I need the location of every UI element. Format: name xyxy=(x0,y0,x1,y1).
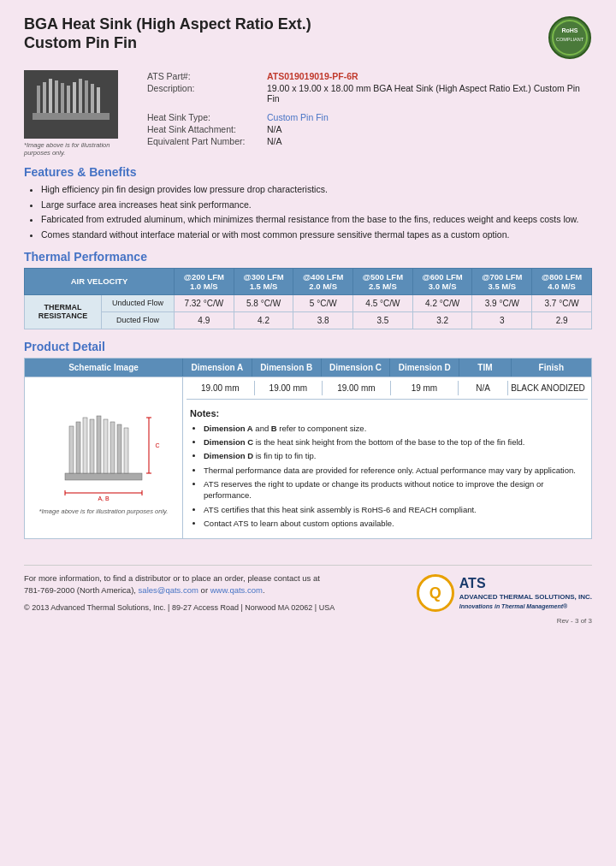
dim-values-row: 19.00 mm 19.00 mm 19.00 mm 19 mm N/A BLA… xyxy=(187,381,588,400)
ducted-val-7: 2.9 xyxy=(532,311,592,329)
th-200lfm: @200 LFM1.0 M/S xyxy=(174,268,234,294)
ducted-val-3: 3.8 xyxy=(293,311,353,329)
feature-item: High efficiency pin fin design provides … xyxy=(41,183,592,196)
dim-b-value: 19.00 mm xyxy=(255,381,323,395)
ducted-val-2: 4.2 xyxy=(234,311,293,329)
svg-text:A, B: A, B xyxy=(98,495,110,501)
attachment-value: N/A xyxy=(264,123,592,135)
svg-rect-7 xyxy=(43,82,46,113)
product-image-box: *Image above is for illustration purpose… xyxy=(24,70,127,157)
features-list: High efficiency pin fin design provides … xyxy=(24,183,592,241)
product-info-section: *Image above is for illustration purpose… xyxy=(24,70,592,157)
thermal-resistance-label: THERMAL RESISTANCE xyxy=(25,294,102,329)
ats-part-label: ATS Part#: xyxy=(144,70,264,82)
website-link[interactable]: www.qats.com xyxy=(210,585,263,595)
copyright: © 2013 Advanced Thermal Solutions, Inc. … xyxy=(24,602,335,614)
dim-c-value: 19.00 mm xyxy=(323,381,391,395)
ats-part-value: ATS019019019-PF-6R xyxy=(264,70,592,82)
th-air-velocity: AIR VELOCITY xyxy=(25,268,175,294)
svg-rect-26 xyxy=(124,428,128,473)
features-title: Features & Benefits xyxy=(24,165,592,179)
ducted-flow-label: Ducted Flow xyxy=(102,311,175,329)
svg-text:COMPLIANT: COMPLIANT xyxy=(556,37,584,42)
ats-name: ADVANCED THERMAL SOLUTIONS, INC. xyxy=(459,593,592,601)
product-specs: ATS Part#: ATS019019019-PF-6R Descriptio… xyxy=(144,70,592,157)
svg-rect-19 xyxy=(76,422,80,473)
footer-left: For more information, to find a distribu… xyxy=(24,572,335,614)
spec-table: ATS Part#: ATS019019019-PF-6R Descriptio… xyxy=(144,70,592,147)
schematic-svg: A, B C xyxy=(39,400,168,503)
ducted-val-6: 3 xyxy=(472,311,532,329)
dim-a-header: Dimension A xyxy=(183,359,252,377)
dim-d-value: 19 mm xyxy=(391,381,459,395)
svg-rect-12 xyxy=(73,82,76,113)
ats-logo-circle: Q xyxy=(417,574,454,612)
dim-a-value: 19.00 mm xyxy=(187,381,255,395)
schematic-header: Schematic Image xyxy=(25,359,183,377)
svg-rect-23 xyxy=(104,419,108,473)
notes-title: Notes: xyxy=(190,408,584,418)
th-800lfm: @800 LFM4.0 M/S xyxy=(532,268,592,294)
unducted-val-2: 5.8 °C/W xyxy=(234,294,293,311)
schematic-caption: *Image above is for illustration purpose… xyxy=(39,507,169,515)
product-detail-container: Schematic Image Dimension A Dimension B … xyxy=(24,358,592,539)
svg-rect-15 xyxy=(91,84,94,113)
svg-rect-6 xyxy=(37,86,40,113)
feature-item: Fabricated from extruded aluminum, which… xyxy=(41,213,592,226)
svg-rect-8 xyxy=(49,79,52,113)
note-item-2: Dimension C is the heat sink height from… xyxy=(204,436,584,448)
feature-item: Comes standard without interface materia… xyxy=(41,228,592,241)
footer-section: For more information, to find a distribu… xyxy=(24,565,592,614)
or-text: or xyxy=(201,585,208,595)
contact-info: For more information, to find a distribu… xyxy=(24,572,335,597)
svg-rect-16 xyxy=(97,87,100,113)
thermal-table: AIR VELOCITY @200 LFM1.0 M/S @300 LFM1.5… xyxy=(24,268,592,329)
svg-text:C: C xyxy=(155,442,159,448)
notes-list: Dimension A and B refer to component siz… xyxy=(190,423,584,529)
thermal-performance-title: Thermal Performance xyxy=(24,250,592,264)
note-item-5: ATS reserves the right to update or chan… xyxy=(204,478,584,501)
th-700lfm: @700 LFM3.5 M/S xyxy=(472,268,532,294)
equiv-part-value: N/A xyxy=(264,135,592,147)
svg-rect-9 xyxy=(55,80,58,113)
dim-d-header: Dimension D xyxy=(390,359,459,377)
rohs-badge: RoHS COMPLIANT xyxy=(548,15,592,62)
note-item-4: Thermal performance data are provided fo… xyxy=(204,465,584,476)
svg-rect-5 xyxy=(33,113,110,120)
page-header: BGA Heat Sink (High Aspect Ratio Ext.) C… xyxy=(24,15,592,62)
dim-b-header: Dimension B xyxy=(252,359,322,377)
attachment-label: Heat Sink Attachment: xyxy=(144,123,264,135)
page-title: BGA Heat Sink (High Aspect Ratio Ext.) C… xyxy=(24,15,311,52)
svg-rect-25 xyxy=(117,424,121,473)
finish-header: Finish xyxy=(512,359,591,377)
product-image xyxy=(24,70,118,139)
thermal-performance-section: Thermal Performance AIR VELOCITY @200 LF… xyxy=(24,250,592,329)
note-item-7: Contact ATS to learn about custom option… xyxy=(204,518,584,529)
unducted-val-7: 3.7 °C/W xyxy=(532,294,592,311)
ducted-val-4: 3.5 xyxy=(353,311,413,329)
dim-c-header: Dimension C xyxy=(322,359,391,377)
equiv-part-label: Equivalent Part Number: xyxy=(144,135,264,147)
svg-rect-17 xyxy=(65,473,142,480)
description-value: 19.00 x 19.00 x 18.00 mm BGA Heat Sink (… xyxy=(264,82,592,104)
notes-cell: Notes: Dimension A and B refer to compon… xyxy=(187,405,588,535)
heat-sink-type-label: Heat Sink Type: xyxy=(144,111,264,123)
th-600lfm: @600 LFM3.0 M/S xyxy=(412,268,472,294)
note-item-1: Dimension A and B refer to component siz… xyxy=(204,423,584,434)
svg-rect-20 xyxy=(83,418,87,473)
th-400lfm: @400 LFM2.0 M/S xyxy=(293,268,353,294)
title-line1: BGA Heat Sink (High Aspect Ratio Ext.) xyxy=(24,15,311,33)
ats-tagline: Innovations in Thermal Management® xyxy=(459,603,568,609)
heat-sink-type-value: Custom Pin Fin xyxy=(264,111,592,123)
svg-rect-14 xyxy=(85,80,88,113)
svg-rect-11 xyxy=(67,86,70,113)
page-number: Rev - 3 of 3 xyxy=(24,617,592,625)
title-line2: Custom Pin Fin xyxy=(24,34,137,51)
note-item-3: Dimension D is fin tip to fin tip. xyxy=(204,450,584,461)
ats-logo: Q ATS ADVANCED THERMAL SOLUTIONS, INC. I… xyxy=(417,574,592,612)
svg-rect-24 xyxy=(110,422,115,473)
th-500lfm: @500 LFM2.5 M/S xyxy=(353,268,413,294)
email-link[interactable]: sales@qats.com xyxy=(139,585,198,595)
tim-value: N/A xyxy=(459,381,508,395)
svg-rect-10 xyxy=(61,83,64,113)
